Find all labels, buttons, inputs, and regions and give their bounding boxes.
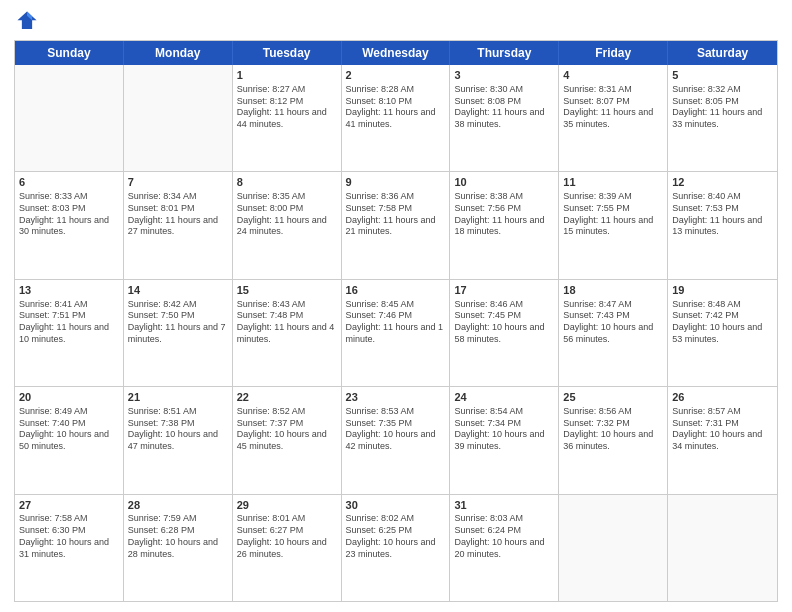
day-cell-21: 21Sunrise: 8:51 AM Sunset: 7:38 PM Dayli… <box>124 387 233 493</box>
header-tuesday: Tuesday <box>233 41 342 65</box>
day-cell-10: 10Sunrise: 8:38 AM Sunset: 7:56 PM Dayli… <box>450 172 559 278</box>
day-number: 20 <box>19 390 119 405</box>
day-cell-9: 9Sunrise: 8:36 AM Sunset: 7:58 PM Daylig… <box>342 172 451 278</box>
day-info: Sunrise: 8:30 AM Sunset: 8:08 PM Dayligh… <box>454 84 554 131</box>
day-number: 26 <box>672 390 773 405</box>
day-number: 1 <box>237 68 337 83</box>
day-number: 2 <box>346 68 446 83</box>
day-cell-27: 27Sunrise: 7:58 AM Sunset: 6:30 PM Dayli… <box>15 495 124 601</box>
day-number: 24 <box>454 390 554 405</box>
day-number: 17 <box>454 283 554 298</box>
day-number: 13 <box>19 283 119 298</box>
day-cell-31: 31Sunrise: 8:03 AM Sunset: 6:24 PM Dayli… <box>450 495 559 601</box>
day-cell-20: 20Sunrise: 8:49 AM Sunset: 7:40 PM Dayli… <box>15 387 124 493</box>
day-number: 27 <box>19 498 119 513</box>
day-number: 7 <box>128 175 228 190</box>
day-number: 29 <box>237 498 337 513</box>
day-cell-19: 19Sunrise: 8:48 AM Sunset: 7:42 PM Dayli… <box>668 280 777 386</box>
day-cell-22: 22Sunrise: 8:52 AM Sunset: 7:37 PM Dayli… <box>233 387 342 493</box>
day-number: 8 <box>237 175 337 190</box>
calendar-row-0: 1Sunrise: 8:27 AM Sunset: 8:12 PM Daylig… <box>15 65 777 172</box>
day-info: Sunrise: 8:39 AM Sunset: 7:55 PM Dayligh… <box>563 191 663 238</box>
day-cell-14: 14Sunrise: 8:42 AM Sunset: 7:50 PM Dayli… <box>124 280 233 386</box>
day-number: 15 <box>237 283 337 298</box>
day-info: Sunrise: 8:49 AM Sunset: 7:40 PM Dayligh… <box>19 406 119 453</box>
day-info: Sunrise: 8:56 AM Sunset: 7:32 PM Dayligh… <box>563 406 663 453</box>
header-thursday: Thursday <box>450 41 559 65</box>
day-info: Sunrise: 8:41 AM Sunset: 7:51 PM Dayligh… <box>19 299 119 346</box>
calendar-row-2: 13Sunrise: 8:41 AM Sunset: 7:51 PM Dayli… <box>15 280 777 387</box>
day-cell-18: 18Sunrise: 8:47 AM Sunset: 7:43 PM Dayli… <box>559 280 668 386</box>
day-cell-23: 23Sunrise: 8:53 AM Sunset: 7:35 PM Dayli… <box>342 387 451 493</box>
day-info: Sunrise: 8:42 AM Sunset: 7:50 PM Dayligh… <box>128 299 228 346</box>
day-cell-17: 17Sunrise: 8:46 AM Sunset: 7:45 PM Dayli… <box>450 280 559 386</box>
day-number: 11 <box>563 175 663 190</box>
day-number: 28 <box>128 498 228 513</box>
day-cell-4: 4Sunrise: 8:31 AM Sunset: 8:07 PM Daylig… <box>559 65 668 171</box>
day-info: Sunrise: 8:01 AM Sunset: 6:27 PM Dayligh… <box>237 513 337 560</box>
day-cell-29: 29Sunrise: 8:01 AM Sunset: 6:27 PM Dayli… <box>233 495 342 601</box>
day-number: 12 <box>672 175 773 190</box>
day-cell-11: 11Sunrise: 8:39 AM Sunset: 7:55 PM Dayli… <box>559 172 668 278</box>
day-info: Sunrise: 8:31 AM Sunset: 8:07 PM Dayligh… <box>563 84 663 131</box>
day-cell-1: 1Sunrise: 8:27 AM Sunset: 8:12 PM Daylig… <box>233 65 342 171</box>
empty-cell <box>15 65 124 171</box>
calendar-row-1: 6Sunrise: 8:33 AM Sunset: 8:03 PM Daylig… <box>15 172 777 279</box>
day-info: Sunrise: 8:54 AM Sunset: 7:34 PM Dayligh… <box>454 406 554 453</box>
day-cell-15: 15Sunrise: 8:43 AM Sunset: 7:48 PM Dayli… <box>233 280 342 386</box>
day-info: Sunrise: 8:48 AM Sunset: 7:42 PM Dayligh… <box>672 299 773 346</box>
day-info: Sunrise: 8:03 AM Sunset: 6:24 PM Dayligh… <box>454 513 554 560</box>
calendar-header: SundayMondayTuesdayWednesdayThursdayFrid… <box>15 41 777 65</box>
day-number: 23 <box>346 390 446 405</box>
day-info: Sunrise: 7:58 AM Sunset: 6:30 PM Dayligh… <box>19 513 119 560</box>
day-info: Sunrise: 8:51 AM Sunset: 7:38 PM Dayligh… <box>128 406 228 453</box>
day-number: 22 <box>237 390 337 405</box>
day-cell-13: 13Sunrise: 8:41 AM Sunset: 7:51 PM Dayli… <box>15 280 124 386</box>
day-cell-5: 5Sunrise: 8:32 AM Sunset: 8:05 PM Daylig… <box>668 65 777 171</box>
day-number: 31 <box>454 498 554 513</box>
day-info: Sunrise: 8:46 AM Sunset: 7:45 PM Dayligh… <box>454 299 554 346</box>
day-info: Sunrise: 8:38 AM Sunset: 7:56 PM Dayligh… <box>454 191 554 238</box>
day-info: Sunrise: 8:33 AM Sunset: 8:03 PM Dayligh… <box>19 191 119 238</box>
day-number: 10 <box>454 175 554 190</box>
empty-cell <box>124 65 233 171</box>
day-info: Sunrise: 8:36 AM Sunset: 7:58 PM Dayligh… <box>346 191 446 238</box>
page: SundayMondayTuesdayWednesdayThursdayFrid… <box>0 0 792 612</box>
day-info: Sunrise: 8:45 AM Sunset: 7:46 PM Dayligh… <box>346 299 446 346</box>
calendar-row-3: 20Sunrise: 8:49 AM Sunset: 7:40 PM Dayli… <box>15 387 777 494</box>
day-cell-3: 3Sunrise: 8:30 AM Sunset: 8:08 PM Daylig… <box>450 65 559 171</box>
header-wednesday: Wednesday <box>342 41 451 65</box>
header-friday: Friday <box>559 41 668 65</box>
logo-icon <box>16 10 38 32</box>
day-info: Sunrise: 8:53 AM Sunset: 7:35 PM Dayligh… <box>346 406 446 453</box>
day-cell-28: 28Sunrise: 7:59 AM Sunset: 6:28 PM Dayli… <box>124 495 233 601</box>
day-number: 18 <box>563 283 663 298</box>
header <box>14 10 778 32</box>
day-cell-7: 7Sunrise: 8:34 AM Sunset: 8:01 PM Daylig… <box>124 172 233 278</box>
day-number: 6 <box>19 175 119 190</box>
calendar: SundayMondayTuesdayWednesdayThursdayFrid… <box>14 40 778 602</box>
day-cell-25: 25Sunrise: 8:56 AM Sunset: 7:32 PM Dayli… <box>559 387 668 493</box>
empty-cell <box>668 495 777 601</box>
header-sunday: Sunday <box>15 41 124 65</box>
header-monday: Monday <box>124 41 233 65</box>
day-cell-24: 24Sunrise: 8:54 AM Sunset: 7:34 PM Dayli… <box>450 387 559 493</box>
day-info: Sunrise: 8:43 AM Sunset: 7:48 PM Dayligh… <box>237 299 337 346</box>
day-info: Sunrise: 8:32 AM Sunset: 8:05 PM Dayligh… <box>672 84 773 131</box>
header-saturday: Saturday <box>668 41 777 65</box>
day-info: Sunrise: 8:28 AM Sunset: 8:10 PM Dayligh… <box>346 84 446 131</box>
day-info: Sunrise: 8:52 AM Sunset: 7:37 PM Dayligh… <box>237 406 337 453</box>
day-number: 30 <box>346 498 446 513</box>
day-info: Sunrise: 7:59 AM Sunset: 6:28 PM Dayligh… <box>128 513 228 560</box>
day-number: 3 <box>454 68 554 83</box>
day-number: 9 <box>346 175 446 190</box>
day-info: Sunrise: 8:35 AM Sunset: 8:00 PM Dayligh… <box>237 191 337 238</box>
day-info: Sunrise: 8:40 AM Sunset: 7:53 PM Dayligh… <box>672 191 773 238</box>
logo <box>14 10 40 32</box>
day-number: 5 <box>672 68 773 83</box>
day-cell-12: 12Sunrise: 8:40 AM Sunset: 7:53 PM Dayli… <box>668 172 777 278</box>
empty-cell <box>559 495 668 601</box>
day-info: Sunrise: 8:57 AM Sunset: 7:31 PM Dayligh… <box>672 406 773 453</box>
day-cell-16: 16Sunrise: 8:45 AM Sunset: 7:46 PM Dayli… <box>342 280 451 386</box>
day-cell-2: 2Sunrise: 8:28 AM Sunset: 8:10 PM Daylig… <box>342 65 451 171</box>
